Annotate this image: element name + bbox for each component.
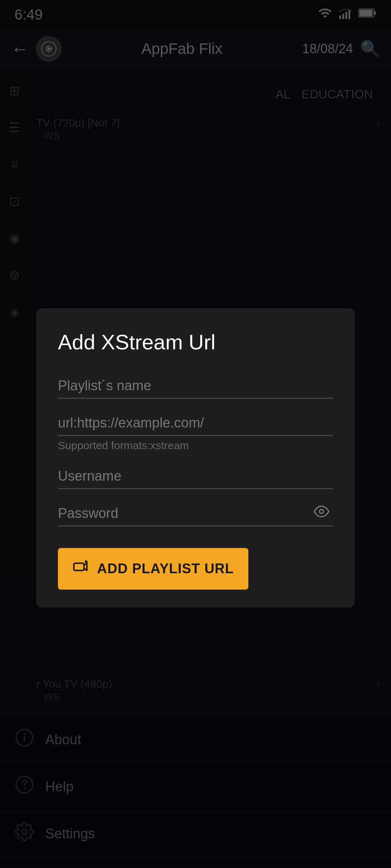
username-input[interactable] xyxy=(58,463,333,489)
password-field[interactable] xyxy=(58,500,333,526)
svg-rect-17 xyxy=(74,563,84,570)
url-input[interactable] xyxy=(58,409,333,436)
add-playlist-button-icon xyxy=(72,558,90,579)
username-field[interactable] xyxy=(58,463,333,489)
modal-title: Add XStream Url xyxy=(58,330,333,354)
password-input[interactable] xyxy=(58,500,333,526)
add-playlist-button[interactable]: ADD PLAYLIST URL xyxy=(58,548,248,590)
url-field[interactable]: Supported formats:xstream xyxy=(58,409,333,452)
playlist-name-input[interactable] xyxy=(58,372,333,399)
svg-point-16 xyxy=(320,509,324,513)
url-hint: Supported formats:xstream xyxy=(58,439,333,452)
password-visibility-toggle[interactable] xyxy=(314,503,329,523)
add-xstream-modal: Add XStream Url Supported formats:xstrea… xyxy=(36,308,355,608)
playlist-name-field[interactable] xyxy=(58,372,333,399)
add-playlist-button-label: ADD PLAYLIST URL xyxy=(97,561,234,576)
